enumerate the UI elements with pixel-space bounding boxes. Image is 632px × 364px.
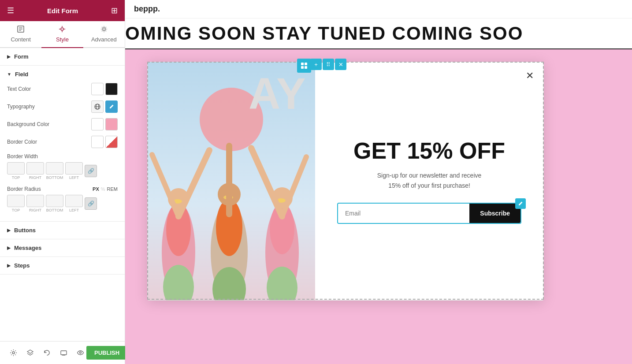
- svg-point-9: [103, 28, 105, 30]
- border-radius-left-input[interactable]: [65, 195, 83, 207]
- border-radius-top-label: TOP: [12, 208, 20, 212]
- border-radius-top: TOP: [7, 195, 25, 212]
- advanced-tab-label: Advanced: [91, 36, 117, 43]
- messages-section-header[interactable]: ▶ Messages: [0, 239, 125, 257]
- offer-desc-line2: 15% off of your first purchase!: [388, 182, 470, 189]
- layers-icon[interactable]: [24, 347, 36, 359]
- border-width-link-btn[interactable]: 🔗: [85, 165, 97, 177]
- steps-section-header[interactable]: ▶ Steps: [0, 257, 125, 275]
- brand-name: beppp.: [134, 4, 160, 13]
- unit-px[interactable]: PX: [93, 186, 99, 192]
- border-width-bottom: BOTTOM: [46, 162, 63, 180]
- text-color-swatch-white[interactable]: [91, 83, 104, 95]
- modal-overlay: ✕ GET 15% OFF Sign-up for our newsletter…: [147, 62, 544, 301]
- border-radius-right-input[interactable]: [26, 195, 44, 207]
- typography-edit-icon[interactable]: [105, 100, 118, 113]
- buttons-section-header[interactable]: ▶ Buttons: [0, 222, 125, 239]
- field-section-header[interactable]: ▼ Field: [7, 71, 118, 78]
- border-color-row: Border Color: [7, 136, 118, 148]
- border-width-top-input[interactable]: [7, 162, 25, 175]
- modal-add-btn[interactable]: +: [310, 59, 322, 70]
- border-radius-right: RIGHT: [26, 195, 44, 212]
- content-tab-icon: [17, 26, 24, 34]
- form-edit-icon[interactable]: [515, 198, 526, 209]
- border-color-swatch-diag[interactable]: [105, 136, 118, 148]
- unit-rem[interactable]: REM: [107, 186, 118, 192]
- typography-label: Typography: [7, 104, 35, 110]
- modal-close-button[interactable]: ✕: [523, 69, 536, 82]
- email-form-wrapper: Subscribe: [337, 203, 521, 224]
- grid-icon[interactable]: ⊞: [111, 6, 118, 15]
- tab-style[interactable]: Style: [41, 21, 83, 48]
- steps-arrow-icon: ▶: [7, 263, 11, 268]
- border-width-left: LEFT: [65, 162, 83, 180]
- tab-bar: Content Style Advanced: [0, 21, 125, 48]
- border-radius-left-label: LEFT: [69, 208, 79, 212]
- form-section-header[interactable]: ▶ Form: [0, 48, 125, 66]
- email-input[interactable]: [338, 204, 469, 223]
- border-radius-units: PX % REM: [93, 186, 118, 192]
- border-radius-inputs: TOP RIGHT BOTTOM LEFT 🔗: [7, 195, 118, 212]
- border-width-right-input[interactable]: [26, 162, 44, 175]
- border-radius-link-btn[interactable]: 🔗: [85, 197, 97, 210]
- panel-footer: PUBLISH ▲: [0, 341, 125, 364]
- border-color-label: Border Color: [7, 139, 37, 145]
- svg-point-4: [61, 28, 63, 30]
- typography-globe-icon[interactable]: [91, 100, 104, 113]
- offer-desc-line1: Sign-up for our newsletter and receive: [377, 172, 482, 179]
- typography-controls: [91, 100, 118, 113]
- tab-advanced[interactable]: Advanced: [83, 21, 125, 47]
- svg-rect-21: [305, 66, 307, 69]
- modal-move-btn[interactable]: ⠿: [323, 59, 334, 70]
- border-color-controls: [91, 136, 118, 148]
- border-radius-bottom-input[interactable]: [46, 195, 63, 207]
- block-handle[interactable]: [297, 59, 311, 73]
- field-arrow-icon: ▼: [7, 72, 11, 77]
- svg-rect-18: [301, 63, 304, 65]
- svg-rect-19: [305, 63, 307, 65]
- marquee-bar: OMING SOON STAY TUNED COMING SOO: [125, 19, 632, 49]
- messages-arrow-icon: ▶: [7, 245, 11, 250]
- border-width-top-label: TOP: [12, 175, 20, 180]
- text-color-swatch-black[interactable]: [105, 83, 118, 95]
- form-arrow-icon: ▶: [7, 54, 11, 59]
- svg-rect-20: [301, 66, 304, 69]
- border-width-top: TOP: [7, 162, 25, 180]
- text-color-controls: [91, 83, 118, 95]
- steps-section-label: Steps: [14, 262, 30, 269]
- typography-row: Typography: [7, 100, 118, 113]
- content-tab-label: Content: [11, 36, 31, 43]
- marquee-text: OMING SOON STAY TUNED COMING SOO: [125, 23, 523, 44]
- panel-header: ☰ Edit Form ⊞: [0, 0, 125, 21]
- style-tab-label: Style: [56, 36, 69, 43]
- border-radius-label: Border Radius: [7, 186, 41, 192]
- modal-toolbar: + ⠿ ✕: [310, 59, 346, 70]
- footer-icons: [7, 347, 86, 359]
- bg-color-swatch-white[interactable]: [91, 118, 104, 130]
- border-width-left-input[interactable]: [65, 162, 83, 175]
- buttons-arrow-icon: ▶: [7, 228, 11, 233]
- field-section: ▼ Field Text Color Typography: [0, 66, 125, 222]
- publish-button[interactable]: PUBLISH: [86, 346, 127, 360]
- style-tab-icon: [59, 26, 66, 34]
- subscribe-button[interactable]: Subscribe: [469, 204, 520, 223]
- left-panel: ☰ Edit Form ⊞ Content: [0, 0, 125, 364]
- svg-point-17: [79, 352, 81, 354]
- device-icon[interactable]: [57, 347, 70, 359]
- eye-icon[interactable]: [74, 347, 86, 359]
- hamburger-icon[interactable]: ☰: [7, 6, 14, 15]
- offer-title: GET 15% OFF: [353, 138, 505, 163]
- border-radius-top-input[interactable]: [7, 195, 25, 207]
- border-width-inputs: TOP RIGHT BOTTOM LEFT 🔗: [7, 162, 118, 180]
- history-icon[interactable]: [41, 347, 53, 359]
- border-radius-section: Border Radius PX % REM TOP RIGHT: [7, 186, 118, 212]
- border-color-swatch-white[interactable]: [91, 136, 104, 148]
- border-width-bottom-input[interactable]: [46, 162, 63, 175]
- bg-color-swatch-pink[interactable]: [105, 118, 118, 130]
- border-width-right: RIGHT: [26, 162, 44, 180]
- modal-close-toolbar-btn[interactable]: ✕: [335, 59, 346, 70]
- border-width-bottom-label: BOTTOM: [46, 175, 63, 180]
- settings-icon[interactable]: [7, 347, 19, 359]
- tab-content[interactable]: Content: [0, 21, 41, 47]
- border-width-right-label: RIGHT: [29, 175, 41, 180]
